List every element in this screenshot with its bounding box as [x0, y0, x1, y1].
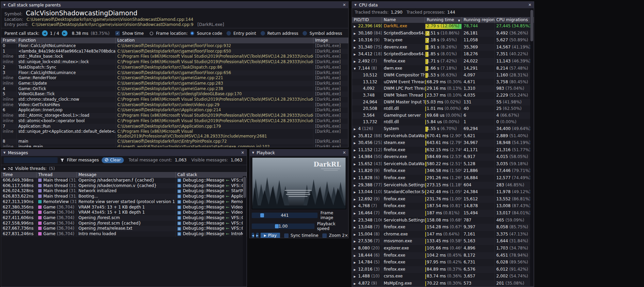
cpu-scrollbar-thumb[interactable]	[530, 10, 533, 41]
callstack-frame-row[interactable]: inlinestd::_Atomic_storage<bool,1>::load…	[1, 113, 348, 118]
sort-descending-icon[interactable]: ▼	[458, 18, 460, 23]
cpu-row[interactable]: ▶14,784 (5)firefox.exe97.95 ms (0.42%)6,…	[352, 259, 534, 266]
cpu-row[interactable]: ▶4,872 (9)MsMpEng.exe70.22 ms (0.30%)573…	[352, 280, 534, 287]
callstack-frame-row[interactable]: inlineGame::UpdateC:\Users\wolf\Desktop\…	[1, 81, 348, 86]
expand-row-icon[interactable]: ▶	[354, 203, 358, 210]
frame-image-slider[interactable]: 441	[252, 213, 318, 218]
column-header-name[interactable]: Name	[382, 17, 425, 23]
column-header-callstack[interactable]: Call stack	[176, 172, 247, 178]
next-callstack-button[interactable]: ▶	[62, 30, 68, 36]
cpu-row[interactable]: 20,508ntdll.dll1.01 ms (0.00%)4025 (62.5…	[352, 105, 534, 112]
frame-location-radio-entry-point[interactable]	[226, 31, 231, 35]
cpu-row[interactable]: ▶14,984 (50)devenv.exe584.69 ms (2.53%)6…	[352, 154, 534, 161]
callstack-frame-row[interactable]: 2TaskDispatch::SyncC:\Users\wolf\Desktop…	[1, 65, 348, 70]
expand-row-icon[interactable]: ▶	[354, 273, 358, 280]
column-header-image[interactable]: Image	[313, 38, 348, 43]
expand-row-icon[interactable]: ▶	[354, 196, 358, 203]
cpu-row[interactable]: ▶30,456 (25)steam.exe643.61 ms (2.79%)34…	[352, 140, 534, 147]
expand-row-icon[interactable]: ▶	[354, 267, 358, 273]
playback-speed-slider[interactable]: 1.00	[252, 224, 314, 229]
column-header-running-regions[interactable]: Running regions	[462, 17, 495, 23]
callstack-titlebar[interactable]: ▼ Call stack sample parents ✕	[1, 2, 348, 8]
next-frame-button[interactable]: ▶	[256, 233, 259, 239]
callstack-frame-row[interactable]: 4Game::OnTickC:\Users\wolf\Desktop\darkr…	[1, 86, 348, 92]
collapse-row-icon[interactable]: ▼	[354, 66, 358, 72]
column-header-pid-tid[interactable]: PID/TID	[352, 17, 382, 23]
expand-row-icon[interactable]: ▶	[354, 126, 358, 133]
message-row[interactable]: 627,380,356nsGame (36,704)VRAM 37x45: 13…	[1, 205, 247, 210]
expand-row-icon[interactable]: ▶	[354, 175, 358, 182]
clear-button[interactable]: Clear	[102, 157, 124, 163]
message-row[interactable]: 606,117,568nsMain thread (31,596)Opening…	[1, 183, 247, 189]
callstack-frame-row[interactable]: 5VideoGLBase::TickC:\Users\wolf\Desktop\…	[1, 91, 348, 97]
cpu-row[interactable]: 3,748DWM Token Thread23.37 ms (0.10%)4,0…	[352, 92, 534, 99]
cpu-row[interactable]: ▶23,348 (106)ServiceHub.SettingsHost158.…	[352, 217, 534, 224]
expand-row-icon[interactable]: ▶	[354, 210, 358, 217]
callstack-frame-row[interactable]: inlinestd::unique_lock<std::mutex>::lock…	[1, 59, 348, 65]
callstack-frame-row[interactable]: 8mainC:\Users\wolf\Desktop\darkrl\src\En…	[1, 139, 348, 144]
cpu-row[interactable]: ▶2,492 (7)firefox.exe1.71 s (7.42%)24,02…	[352, 58, 534, 65]
callstack-frame-row[interactable]: inlineinvoke_maind:\agent\_work\63\s\src…	[1, 144, 348, 147]
playback-titlebar[interactable]: ▼ Playback ✕	[250, 149, 348, 156]
expand-row-icon[interactable]: ▶	[354, 231, 358, 238]
expand-row-icon[interactable]: ▶	[354, 238, 358, 245]
collapse-icon[interactable]: ▼	[354, 3, 356, 6]
message-row[interactable]: 626,024,328nsMain thread (31,596)Network…	[1, 188, 247, 194]
cpu-row[interactable]: ▶31,340 (75)devenv.exe1.91 s (8.26%)35,3…	[352, 44, 534, 51]
callstack-frame-row[interactable]: 7Application::RunC:\Users\wolf\Desktop\d…	[1, 124, 348, 129]
callstack-frame-row[interactable]: 3Floor::CalcLightNoLuminanceC:\Users\wol…	[1, 70, 348, 76]
expand-row-icon[interactable]: ▶	[354, 182, 358, 189]
cpu-row[interactable]: ▶16,464 (7)firefox.exe187 ms (0.81%)15,4…	[352, 210, 534, 217]
cpu-row[interactable]: ▶34,412 (18)ScriptedSandbox64.exe1.85 s …	[352, 51, 534, 58]
cpu-row[interactable]: ▶4,768 (7)firefox.exe187.54 ms (0.81%)14…	[352, 203, 534, 210]
messages-scrollbar[interactable]	[243, 176, 246, 286]
callstack-frame-row[interactable]: inlineVideo::GetTicksHiResC:\Users\wolf\…	[1, 102, 348, 108]
column-header-frame[interactable]: Frame	[1, 38, 17, 43]
cpu-row[interactable]: ▶11,828 (6)firefox.exe291.26 ms (1.26%)1…	[352, 175, 534, 182]
cpu-row[interactable]: 24,964DWM Master Input Thread5.03 ms (0.…	[352, 99, 534, 106]
cpu-row[interactable]: ▶1,488 (10)csrss.exe83.74 ms (0.36%)3,65…	[352, 273, 534, 280]
cpu-row[interactable]: ▶15,004 (8)chrome.exe147 ms (0.64%)7,161…	[352, 231, 534, 238]
cpu-row[interactable]: ▶10,316 (9)Tracy.exe2.18 s (9.45%)11,058…	[352, 37, 534, 44]
expand-row-icon[interactable]: ▶	[354, 133, 358, 140]
expand-row-icon[interactable]: ▶	[354, 140, 358, 147]
column-header-running-time[interactable]: Running time ▼	[425, 17, 462, 23]
message-filter-input[interactable]	[4, 157, 58, 163]
expand-row-icon[interactable]: ▶	[354, 189, 358, 196]
expand-row-icon[interactable]: ▶	[354, 44, 358, 51]
expand-row-icon[interactable]: ▶	[354, 253, 358, 259]
show-time-checkbox[interactable]	[115, 31, 120, 35]
cpu-row[interactable]: ▶4 (126)System1.55 s (6.70%)69,29434,400…	[352, 126, 534, 133]
expand-row-icon[interactable]: ▶	[354, 154, 358, 161]
cpu-row[interactable]: ▶11,152 (12)firefox.exe632.15 ms (2.74%)…	[352, 147, 534, 154]
cpu-row[interactable]: ▶12,692 (9)firefox.exe231.76 ms (1.00%)1…	[352, 196, 534, 203]
cpu-row[interactable]: 4,092DWM LPC Port Thread29.16 ms (0.13%)…	[352, 85, 534, 92]
prev-callstack-button[interactable]: ◀	[42, 30, 48, 36]
prev-frame-button[interactable]: ◀	[252, 233, 254, 239]
cpu-row[interactable]: ▶8,080 (20)explorer.exe105.66 ms (0.46%)…	[352, 245, 534, 252]
cpu-row[interactable]: 3,564GameInput server69.68 us (0.00%)64 …	[352, 112, 534, 119]
message-row[interactable]: 627,667,736nsGame (36,704)Opening /meta/…	[1, 226, 247, 231]
play-button[interactable]: ▶ Play	[261, 233, 280, 239]
collapse-icon[interactable]: ▼	[3, 3, 5, 6]
callstack-frame-row[interactable]: 1<lambda_84a19dc444fae966ca174e83e708bdc…	[1, 49, 348, 54]
cpu-row[interactable]: ▶13,044 (10)StandardCollector.Servic242.…	[352, 189, 534, 196]
expand-row-icon[interactable]: ▶	[354, 23, 358, 30]
cpu-row[interactable]: ▶35,812 (88)ServiceHub.DataWarehou670.41…	[352, 133, 534, 140]
cpu-row[interactable]: ▶29,388 (77)ServiceHub.SettingsHost273.1…	[352, 182, 534, 189]
message-row[interactable]: 626,833,622nsMain thread (31,596)Booting…	[1, 194, 247, 199]
frame-location-radio-symbol-address[interactable]	[303, 31, 307, 35]
close-icon[interactable]: ✕	[241, 150, 244, 155]
cpu-row[interactable]: 13,732ntdll.dll5.84 us (0.00%)10 (0.00%)	[352, 119, 534, 126]
cpu-scrollbar[interactable]	[530, 9, 533, 286]
expand-row-icon[interactable]: ▶	[354, 161, 358, 168]
expand-row-icon[interactable]: ▶	[354, 168, 358, 175]
expand-row-icon[interactable]: ▶	[354, 281, 358, 287]
cpu-row[interactable]: ▶15,652 (43)ServiceHub.DataWarehou580.22…	[352, 161, 534, 168]
callstack-frame-row[interactable]: inlinestd::atomic<bool>::operator boolC:…	[1, 118, 348, 124]
cpu-row[interactable]: ▼7,144 (8)dwm.exe1.66 s (7.18%)14,2918,2…	[352, 65, 534, 72]
expand-row-icon[interactable]: ▶	[354, 245, 358, 252]
collapse-icon[interactable]: ▼	[3, 151, 5, 154]
frame-location-radio-source-code[interactable]	[190, 31, 194, 35]
expand-row-icon[interactable]: ▶	[354, 51, 358, 58]
